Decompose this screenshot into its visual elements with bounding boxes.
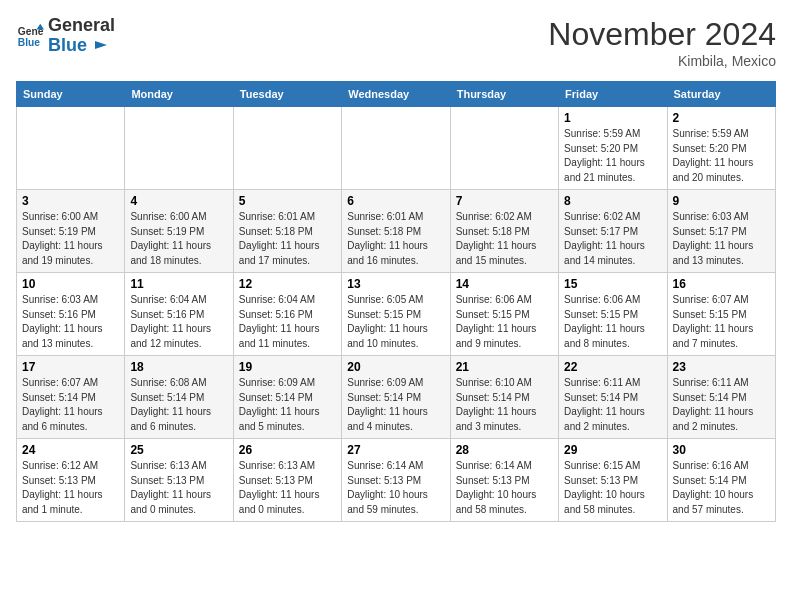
- calendar-table: SundayMondayTuesdayWednesdayThursdayFrid…: [16, 81, 776, 522]
- calendar-cell: 13Sunrise: 6:05 AM Sunset: 5:15 PM Dayli…: [342, 273, 450, 356]
- calendar-cell: 11Sunrise: 6:04 AM Sunset: 5:16 PM Dayli…: [125, 273, 233, 356]
- day-info: Sunrise: 6:13 AM Sunset: 5:13 PM Dayligh…: [239, 459, 336, 517]
- day-number: 8: [564, 194, 661, 208]
- day-number: 6: [347, 194, 444, 208]
- calendar-cell: 30Sunrise: 6:16 AM Sunset: 5:14 PM Dayli…: [667, 439, 775, 522]
- column-header-friday: Friday: [559, 82, 667, 107]
- column-header-sunday: Sunday: [17, 82, 125, 107]
- day-info: Sunrise: 6:01 AM Sunset: 5:18 PM Dayligh…: [239, 210, 336, 268]
- day-info: Sunrise: 6:16 AM Sunset: 5:14 PM Dayligh…: [673, 459, 770, 517]
- day-number: 1: [564, 111, 661, 125]
- day-info: Sunrise: 6:09 AM Sunset: 5:14 PM Dayligh…: [239, 376, 336, 434]
- day-info: Sunrise: 6:08 AM Sunset: 5:14 PM Dayligh…: [130, 376, 227, 434]
- calendar-cell: 7Sunrise: 6:02 AM Sunset: 5:18 PM Daylig…: [450, 190, 558, 273]
- column-header-saturday: Saturday: [667, 82, 775, 107]
- day-number: 20: [347, 360, 444, 374]
- day-number: 4: [130, 194, 227, 208]
- calendar-cell: 27Sunrise: 6:14 AM Sunset: 5:13 PM Dayli…: [342, 439, 450, 522]
- calendar-cell: 19Sunrise: 6:09 AM Sunset: 5:14 PM Dayli…: [233, 356, 341, 439]
- logo-icon: General Blue: [16, 22, 44, 50]
- calendar-cell: 10Sunrise: 6:03 AM Sunset: 5:16 PM Dayli…: [17, 273, 125, 356]
- calendar-cell: [125, 107, 233, 190]
- day-info: Sunrise: 6:00 AM Sunset: 5:19 PM Dayligh…: [22, 210, 119, 268]
- day-info: Sunrise: 6:12 AM Sunset: 5:13 PM Dayligh…: [22, 459, 119, 517]
- day-number: 24: [22, 443, 119, 457]
- calendar-cell: 2Sunrise: 5:59 AM Sunset: 5:20 PM Daylig…: [667, 107, 775, 190]
- calendar-cell: 17Sunrise: 6:07 AM Sunset: 5:14 PM Dayli…: [17, 356, 125, 439]
- column-header-tuesday: Tuesday: [233, 82, 341, 107]
- day-info: Sunrise: 6:14 AM Sunset: 5:13 PM Dayligh…: [347, 459, 444, 517]
- day-number: 26: [239, 443, 336, 457]
- calendar-week-row: 17Sunrise: 6:07 AM Sunset: 5:14 PM Dayli…: [17, 356, 776, 439]
- day-info: Sunrise: 6:03 AM Sunset: 5:16 PM Dayligh…: [22, 293, 119, 351]
- calendar-cell: 6Sunrise: 6:01 AM Sunset: 5:18 PM Daylig…: [342, 190, 450, 273]
- day-number: 22: [564, 360, 661, 374]
- month-title: November 2024: [548, 16, 776, 53]
- day-number: 30: [673, 443, 770, 457]
- day-info: Sunrise: 5:59 AM Sunset: 5:20 PM Dayligh…: [673, 127, 770, 185]
- day-number: 29: [564, 443, 661, 457]
- calendar-header-row: SundayMondayTuesdayWednesdayThursdayFrid…: [17, 82, 776, 107]
- day-number: 19: [239, 360, 336, 374]
- calendar-cell: 1Sunrise: 5:59 AM Sunset: 5:20 PM Daylig…: [559, 107, 667, 190]
- calendar-week-row: 10Sunrise: 6:03 AM Sunset: 5:16 PM Dayli…: [17, 273, 776, 356]
- calendar-cell: 21Sunrise: 6:10 AM Sunset: 5:14 PM Dayli…: [450, 356, 558, 439]
- day-number: 25: [130, 443, 227, 457]
- logo-blue-text: Blue: [48, 35, 87, 55]
- calendar-cell: 18Sunrise: 6:08 AM Sunset: 5:14 PM Dayli…: [125, 356, 233, 439]
- calendar-cell: [233, 107, 341, 190]
- calendar-cell: 29Sunrise: 6:15 AM Sunset: 5:13 PM Dayli…: [559, 439, 667, 522]
- calendar-cell: 20Sunrise: 6:09 AM Sunset: 5:14 PM Dayli…: [342, 356, 450, 439]
- day-info: Sunrise: 6:06 AM Sunset: 5:15 PM Dayligh…: [564, 293, 661, 351]
- calendar-cell: [342, 107, 450, 190]
- calendar-week-row: 1Sunrise: 5:59 AM Sunset: 5:20 PM Daylig…: [17, 107, 776, 190]
- calendar-cell: 23Sunrise: 6:11 AM Sunset: 5:14 PM Dayli…: [667, 356, 775, 439]
- calendar-cell: 22Sunrise: 6:11 AM Sunset: 5:14 PM Dayli…: [559, 356, 667, 439]
- day-info: Sunrise: 6:07 AM Sunset: 5:14 PM Dayligh…: [22, 376, 119, 434]
- day-number: 13: [347, 277, 444, 291]
- title-section: November 2024 Kimbila, Mexico: [548, 16, 776, 69]
- calendar-week-row: 3Sunrise: 6:00 AM Sunset: 5:19 PM Daylig…: [17, 190, 776, 273]
- location: Kimbila, Mexico: [548, 53, 776, 69]
- day-info: Sunrise: 6:04 AM Sunset: 5:16 PM Dayligh…: [239, 293, 336, 351]
- day-info: Sunrise: 6:09 AM Sunset: 5:14 PM Dayligh…: [347, 376, 444, 434]
- day-info: Sunrise: 6:04 AM Sunset: 5:16 PM Dayligh…: [130, 293, 227, 351]
- calendar-cell: 8Sunrise: 6:02 AM Sunset: 5:17 PM Daylig…: [559, 190, 667, 273]
- day-number: 2: [673, 111, 770, 125]
- day-number: 11: [130, 277, 227, 291]
- day-info: Sunrise: 5:59 AM Sunset: 5:20 PM Dayligh…: [564, 127, 661, 185]
- day-info: Sunrise: 6:10 AM Sunset: 5:14 PM Dayligh…: [456, 376, 553, 434]
- day-info: Sunrise: 6:00 AM Sunset: 5:19 PM Dayligh…: [130, 210, 227, 268]
- calendar-cell: [17, 107, 125, 190]
- calendar-cell: 9Sunrise: 6:03 AM Sunset: 5:17 PM Daylig…: [667, 190, 775, 273]
- svg-marker-3: [95, 41, 107, 49]
- day-number: 7: [456, 194, 553, 208]
- calendar-cell: [450, 107, 558, 190]
- column-header-thursday: Thursday: [450, 82, 558, 107]
- day-info: Sunrise: 6:11 AM Sunset: 5:14 PM Dayligh…: [564, 376, 661, 434]
- day-info: Sunrise: 6:13 AM Sunset: 5:13 PM Dayligh…: [130, 459, 227, 517]
- day-number: 14: [456, 277, 553, 291]
- day-info: Sunrise: 6:05 AM Sunset: 5:15 PM Dayligh…: [347, 293, 444, 351]
- day-number: 16: [673, 277, 770, 291]
- calendar-cell: 5Sunrise: 6:01 AM Sunset: 5:18 PM Daylig…: [233, 190, 341, 273]
- day-number: 9: [673, 194, 770, 208]
- day-number: 17: [22, 360, 119, 374]
- calendar-cell: 25Sunrise: 6:13 AM Sunset: 5:13 PM Dayli…: [125, 439, 233, 522]
- column-header-wednesday: Wednesday: [342, 82, 450, 107]
- calendar-cell: 16Sunrise: 6:07 AM Sunset: 5:15 PM Dayli…: [667, 273, 775, 356]
- day-number: 5: [239, 194, 336, 208]
- calendar-cell: 24Sunrise: 6:12 AM Sunset: 5:13 PM Dayli…: [17, 439, 125, 522]
- day-number: 28: [456, 443, 553, 457]
- calendar-cell: 15Sunrise: 6:06 AM Sunset: 5:15 PM Dayli…: [559, 273, 667, 356]
- day-number: 23: [673, 360, 770, 374]
- svg-text:Blue: Blue: [18, 37, 41, 48]
- column-header-monday: Monday: [125, 82, 233, 107]
- day-number: 27: [347, 443, 444, 457]
- day-info: Sunrise: 6:11 AM Sunset: 5:14 PM Dayligh…: [673, 376, 770, 434]
- day-info: Sunrise: 6:02 AM Sunset: 5:17 PM Dayligh…: [564, 210, 661, 268]
- day-info: Sunrise: 6:03 AM Sunset: 5:17 PM Dayligh…: [673, 210, 770, 268]
- day-info: Sunrise: 6:02 AM Sunset: 5:18 PM Dayligh…: [456, 210, 553, 268]
- day-number: 15: [564, 277, 661, 291]
- logo: General Blue General Blue: [16, 16, 115, 56]
